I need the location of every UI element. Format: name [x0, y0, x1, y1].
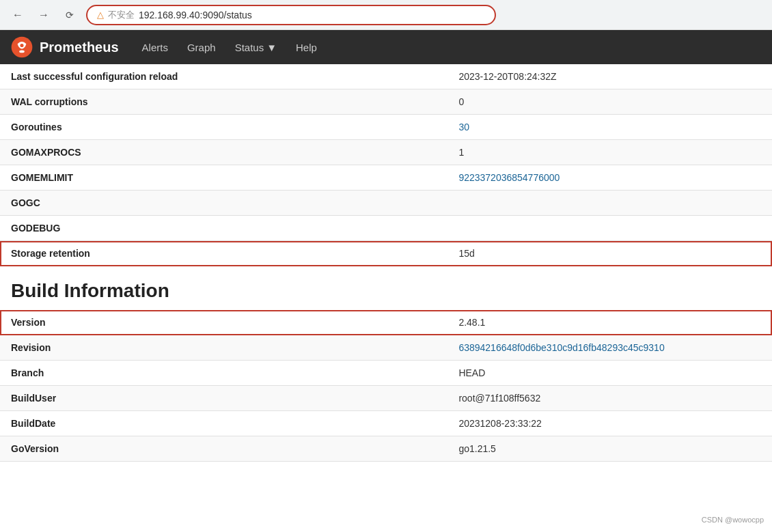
build-section-title: Build Information — [0, 266, 772, 310]
table-row-key: BuildUser — [0, 386, 447, 411]
url-text: 192.168.99.40:9090/status — [139, 10, 252, 20]
nav-links: Alerts Graph Status ▼ Help — [133, 32, 327, 63]
table-row-key: GOMAXPROCS — [0, 140, 447, 165]
table-row-value — [447, 191, 772, 216]
build-table: Version2.48.1Revision63894216648f0d6be31… — [0, 310, 772, 462]
table-row-value: 0 — [447, 89, 772, 115]
table-row-key: GoVersion — [0, 436, 447, 462]
table-row-value — [447, 216, 772, 241]
table-row-key: Goroutines — [0, 115, 447, 140]
address-bar[interactable]: △ 不安全 192.168.99.40:9090/status — [86, 5, 496, 25]
graph-link[interactable]: Graph — [178, 32, 225, 63]
table-row-key: GODEBUG — [0, 216, 447, 241]
runtime-table: Last successful configuration reload2023… — [0, 64, 772, 266]
svg-point-1 — [19, 50, 25, 53]
alerts-link[interactable]: Alerts — [133, 32, 178, 63]
help-link[interactable]: Help — [286, 32, 327, 63]
forward-button[interactable]: → — [34, 5, 53, 25]
table-row-value: 63894216648f0d6be310c9d16fb48293c45c9310 — [447, 335, 772, 361]
table-row-value: root@71f108ff5632 — [447, 386, 772, 411]
table-row-value: go1.21.5 — [447, 436, 772, 462]
table-row-value: 15d — [447, 241, 772, 266]
table-row-value: 2023-12-20T08:24:32Z — [447, 64, 772, 89]
table-row-key: WAL corruptions — [0, 89, 447, 115]
status-dropdown[interactable]: Status ▼ — [225, 32, 286, 63]
table-row-value: 2.48.1 — [447, 310, 772, 335]
table-row-key: GOMEMLIMIT — [0, 165, 447, 191]
content: Last successful configuration reload2023… — [0, 64, 772, 462]
table-row-value: 9223372036854776000 — [447, 165, 772, 191]
prometheus-logo-icon — [11, 36, 33, 58]
table-row-value: 30 — [447, 115, 772, 140]
insecure-label: 不安全 — [108, 9, 135, 21]
table-row-key: Version — [0, 310, 447, 335]
reload-button[interactable]: ⟳ — [60, 5, 79, 25]
table-row-key: Revision — [0, 335, 447, 361]
table-row-key: GOGC — [0, 191, 447, 216]
table-row-key: BuildDate — [0, 411, 447, 436]
dropdown-caret-icon: ▼ — [266, 42, 277, 53]
table-row-key: Storage retention — [0, 241, 447, 266]
svg-point-2 — [20, 44, 23, 47]
table-row-key: Last successful configuration reload — [0, 64, 447, 89]
brand-name: Prometheus — [40, 40, 119, 55]
warning-icon: △ — [97, 10, 104, 20]
table-row-value: 1 — [447, 140, 772, 165]
navbar: Prometheus Alerts Graph Status ▼ Help — [0, 30, 772, 64]
table-row-value: 20231208-23:33:22 — [447, 411, 772, 436]
table-row-key: Branch — [0, 361, 447, 386]
brand: Prometheus — [11, 36, 119, 58]
table-row-value: HEAD — [447, 361, 772, 386]
back-button[interactable]: ← — [8, 5, 27, 25]
browser-bar: ← → ⟳ △ 不安全 192.168.99.40:9090/status — [0, 0, 772, 30]
